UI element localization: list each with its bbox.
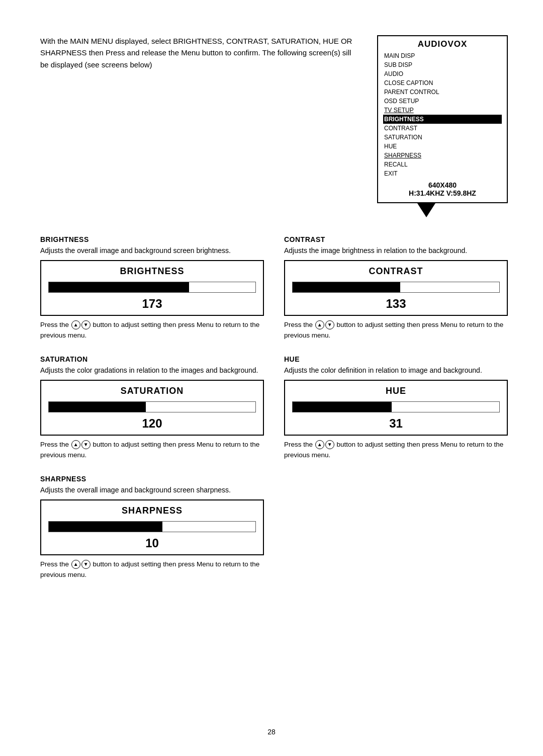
brightness-value: 173 [48, 297, 256, 311]
settings-grid: BRIGHTNESS Adjusts the overall image and… [40, 235, 508, 595]
contrast-description: Adjusts the image brightness in relation… [284, 245, 508, 256]
menu-item-audio: AUDIO [383, 69, 502, 78]
menu-item-sub-disp: SUB DISP [383, 60, 502, 69]
menu-item-contrast: CONTRAST [383, 124, 502, 133]
hue-box-title: HUE [292, 386, 500, 396]
arrow-down-icon [417, 203, 435, 217]
page-number: 28 [267, 728, 276, 736]
menu-item-osd-setup: OSD SETUP [383, 97, 502, 106]
contrast-up-button-icon[interactable]: ▲ [315, 320, 324, 329]
brightness-progress-bar [48, 282, 256, 293]
sharpness-section: SHARPNESS Adjusts the overall image and … [40, 475, 264, 580]
hue-value: 31 [292, 416, 500, 431]
menu-item-parent-control: PARENT CONTROL [383, 88, 502, 97]
sharpness-progress-bar [48, 521, 256, 532]
saturation-section: SATURATION Adjusts the color gradations … [40, 355, 264, 461]
saturation-fill [49, 402, 146, 412]
up-button-icon[interactable]: ▲ [71, 320, 80, 329]
page: With the MAIN MENU displayed, select BRI… [0, 0, 543, 756]
brightness-section: BRIGHTNESS Adjusts the overall image and… [40, 235, 264, 341]
hue-instruction: Press the ▲▼ button to adjust setting th… [284, 440, 508, 461]
saturation-box: SATURATION 120 [40, 380, 264, 436]
menu-item-sharpness: SHARPNESS [383, 151, 502, 160]
menu-item-saturation: SATURATION [383, 133, 502, 142]
hue-fill [293, 402, 392, 412]
menu-title: AUDIOVOX [383, 39, 502, 49]
brightness-description: Adjusts the overall image and background… [40, 245, 264, 256]
brightness-instruction: Press the ▲▼ button to adjust setting th… [40, 320, 264, 341]
hue-progress-bar [292, 401, 500, 412]
hue-box: HUE 31 [284, 380, 508, 436]
contrast-progress-bar [292, 282, 500, 293]
hue-up-button-icon[interactable]: ▲ [315, 440, 324, 449]
top-section: With the MAIN MENU displayed, select BRI… [40, 30, 508, 217]
saturation-box-title: SATURATION [48, 386, 256, 396]
contrast-value: 133 [292, 297, 500, 311]
saturation-description: Adjusts the color gradations in relation… [40, 365, 264, 376]
menu-item-recall: RECALL [383, 160, 502, 169]
brightness-label: BRIGHTNESS [40, 235, 264, 243]
sharpness-up-button-icon[interactable]: ▲ [71, 560, 80, 569]
sharpness-label: SHARPNESS [40, 475, 264, 483]
menu-item-exit: EXIT [383, 169, 502, 178]
menu-item-brightness: BRIGHTNESS [383, 115, 502, 124]
brightness-box-title: BRIGHTNESS [48, 266, 256, 277]
menu-item-close-caption: CLOSE CAPTION [383, 78, 502, 88]
saturation-value: 120 [48, 416, 256, 431]
sharpness-box: SHARPNESS 10 [40, 499, 264, 555]
saturation-up-button-icon[interactable]: ▲ [71, 440, 80, 449]
hue-label: HUE [284, 355, 508, 363]
brightness-box: BRIGHTNESS 173 [40, 260, 264, 316]
contrast-section: CONTRAST Adjusts the image brightness in… [284, 235, 508, 341]
brightness-fill [49, 282, 189, 292]
saturation-down-button-icon[interactable]: ▼ [81, 440, 90, 449]
menu-footer: 640X480 H:31.4KHZ V:59.8HZ [383, 181, 502, 197]
hue-description: Adjusts the color definition in relation… [284, 365, 508, 376]
saturation-progress-bar [48, 401, 256, 412]
menu-items-list: MAIN DISP SUB DISP AUDIO CLOSE CAPTION P… [383, 51, 502, 178]
contrast-box-title: CONTRAST [292, 266, 500, 277]
hue-down-button-icon[interactable]: ▼ [325, 440, 334, 449]
contrast-fill [293, 282, 400, 292]
contrast-label: CONTRAST [284, 235, 508, 243]
sharpness-fill [49, 522, 162, 532]
sharpness-box-title: SHARPNESS [48, 506, 256, 516]
sharpness-value: 10 [48, 536, 256, 550]
down-button-icon[interactable]: ▼ [81, 320, 90, 329]
saturation-label: SATURATION [40, 355, 264, 363]
contrast-box: CONTRAST 133 [284, 260, 508, 316]
contrast-instruction: Press the ▲▼ button to adjust setting th… [284, 320, 508, 341]
sharpness-down-button-icon[interactable]: ▼ [81, 560, 90, 569]
menu-footer-line1: 640X480 [383, 181, 502, 189]
intro-text: With the MAIN MENU displayed, select BRI… [40, 30, 357, 217]
menu-box: AUDIOVOX MAIN DISP SUB DISP AUDIO CLOSE … [377, 35, 508, 203]
menu-item-main-disp: MAIN DISP [383, 51, 502, 60]
menu-footer-line2: H:31.4KHZ V:59.8HZ [383, 189, 502, 197]
menu-box-wrapper: AUDIOVOX MAIN DISP SUB DISP AUDIO CLOSE … [377, 35, 508, 217]
menu-item-hue: HUE [383, 142, 502, 151]
contrast-down-button-icon[interactable]: ▼ [325, 320, 334, 329]
hue-section: HUE Adjusts the color definition in rela… [284, 355, 508, 461]
sharpness-description: Adjusts the overall image and background… [40, 485, 264, 495]
menu-item-tv-setup: TV SETUP [383, 106, 502, 115]
sharpness-instruction: Press the ▲▼ button to adjust setting th… [40, 559, 264, 580]
saturation-instruction: Press the ▲▼ button to adjust setting th… [40, 440, 264, 461]
